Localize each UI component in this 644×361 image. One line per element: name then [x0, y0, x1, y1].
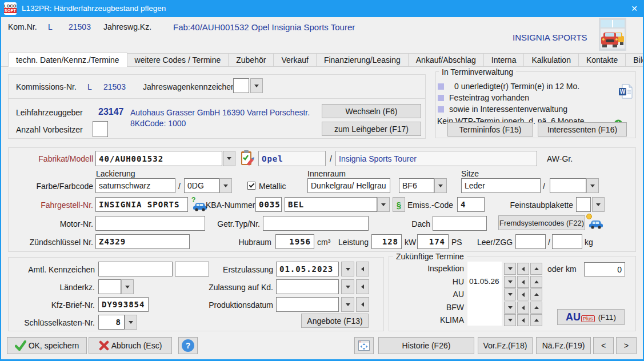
prev-button[interactable]: < — [593, 337, 614, 354]
chevron-left-icon — [359, 302, 364, 307]
produktionsdatum-label: Produktionsdatum — [189, 300, 273, 310]
sitze-input[interactable]: Leder — [461, 178, 541, 193]
sitze-combo-button[interactable] — [586, 178, 599, 193]
bfw-down-button[interactable] — [504, 302, 516, 314]
abbruch-button[interactable]: Abbruch (Esc) — [89, 337, 172, 354]
innenraum-combo-button[interactable] — [434, 178, 447, 193]
tab-finanzierung[interactable]: Finanzierung/Leasing — [317, 53, 409, 67]
produktion-back-button[interactable] — [356, 297, 369, 312]
innenraum-code-input[interactable]: BF6 — [399, 178, 434, 193]
vorbesitzer-input[interactable] — [93, 121, 108, 137]
dach-input[interactable] — [433, 216, 487, 231]
window-resize-button[interactable] — [354, 337, 374, 354]
farbcode-input[interactable]: 0DG — [184, 178, 219, 193]
hu-left-button[interactable] — [517, 276, 529, 288]
erstzulassung-back-button[interactable] — [356, 262, 369, 276]
leistung-kw-input[interactable]: 128 — [371, 234, 402, 249]
kennzeichen-input[interactable] — [98, 262, 173, 276]
tab-ankauf[interactable]: Ankauf/Abschlag — [409, 53, 484, 67]
leergewicht-input[interactable] — [515, 234, 546, 249]
zuendschluessel-input[interactable]: Z4329 — [95, 234, 190, 249]
metallic-checkbox[interactable] — [247, 182, 255, 190]
tab-verkauf[interactable]: Verkauf — [274, 53, 316, 67]
tab-kalkulation[interactable]: Kalkulation — [524, 53, 579, 67]
schluesselkasten-combo-button[interactable] — [125, 315, 137, 330]
ok-speichern-button[interactable]: OK, speichern — [7, 337, 87, 354]
produktion-combo-button[interactable] — [341, 297, 354, 312]
au-plus-button[interactable]: AU Plus (F11) — [557, 309, 625, 325]
kba-input-1[interactable]: 0035 — [255, 197, 282, 212]
zulassung-back-button[interactable] — [356, 279, 369, 294]
kfz-brief-input[interactable]: DY993854 — [98, 297, 149, 312]
hu-down-button[interactable] — [504, 276, 516, 288]
getriebe-input[interactable] — [263, 216, 369, 231]
tab-zubehoer[interactable]: Zubehör — [229, 53, 274, 67]
inspektion-up-button[interactable] — [530, 263, 542, 275]
produktionsdatum-input[interactable] — [276, 297, 339, 312]
wechseln-button[interactable]: Wechseln (F6) — [322, 104, 421, 118]
word-document-icon[interactable]: W — [618, 84, 633, 101]
angebote-button[interactable]: Angebote (F13) — [301, 314, 369, 328]
laenderkz-label: Länderkz. — [11, 283, 95, 292]
farbcode-combo-button[interactable] — [219, 178, 232, 193]
leistung-ps-input[interactable]: 174 — [417, 234, 449, 249]
innenraum-input[interactable]: Dunkelgrau/ Hellgrau — [307, 178, 390, 193]
hu-up-button[interactable] — [530, 276, 542, 288]
nae-fz-button[interactable]: Nä.Fz.(F19) — [536, 337, 591, 354]
historie-button[interactable]: Historie (F26) — [378, 337, 474, 354]
motor-input[interactable] — [95, 216, 205, 231]
tab-interna[interactable]: Interna — [484, 53, 525, 67]
tab-kontakte[interactable]: Kontakte — [579, 53, 626, 67]
jahreswagen-combo-button[interactable] — [250, 78, 263, 93]
zum-leihgeber-button[interactable]: zum Leihgeber (F17) — [322, 122, 421, 136]
inspektion-left-button[interactable] — [517, 263, 529, 275]
au-up-button[interactable] — [530, 288, 542, 300]
erstzulassung-combo-button[interactable] — [341, 262, 354, 276]
help-button[interactable]: ? — [178, 337, 198, 354]
kommission-number: 21503 — [103, 82, 126, 91]
paragraph-law-button[interactable]: § — [393, 197, 405, 212]
zulassung-combo-button[interactable] — [341, 279, 354, 294]
inspektion-down-button[interactable] — [504, 263, 516, 275]
interessenten-button[interactable]: Interessenten (F16) — [538, 122, 627, 137]
zulassung-kd-input[interactable] — [276, 279, 339, 294]
laenderkz-combo-button[interactable] — [121, 279, 134, 294]
leihgeber-name: Autohaus Grasser GmbH 16390 Varrel Porsc… — [130, 108, 310, 117]
fabrikat-input[interactable]: 40/AUH001532 — [95, 151, 222, 166]
feinstaub-input[interactable] — [576, 197, 591, 212]
au-down-button[interactable] — [504, 288, 516, 300]
au-left-button[interactable] — [517, 288, 529, 300]
fremdsystemcodes-button[interactable]: Fremdsystemcodes (F22) — [498, 215, 585, 230]
arrow-left-icon — [519, 292, 525, 297]
hubraum-input[interactable]: 1956 — [275, 234, 314, 249]
klima-left-button[interactable] — [517, 314, 529, 326]
close-button[interactable]: ✕ — [626, 0, 642, 17]
next-button[interactable]: > — [616, 337, 637, 354]
clipboard-edit-icon[interactable] — [239, 150, 254, 167]
jahreswagen-input[interactable] — [233, 78, 249, 93]
feinstaub-combo-button[interactable] — [592, 197, 605, 212]
fabrikat-combo-button[interactable] — [223, 151, 235, 166]
tab-bilder[interactable]: Bilder — [626, 53, 644, 67]
fahrgestell-input[interactable]: INSIGNIA SPORTS — [95, 197, 188, 212]
zgg-input[interactable] — [552, 234, 582, 249]
schluesselkasten-input[interactable]: 8 — [98, 315, 125, 330]
laenderkz-input[interactable] — [98, 279, 121, 294]
bfw-up-button[interactable] — [530, 302, 542, 314]
kba-combo-button[interactable] — [377, 197, 390, 212]
klima-up-button[interactable] — [530, 314, 542, 326]
tab-weitere-codes[interactable]: weitere Codes / Termine — [127, 53, 229, 67]
tab-techn-daten[interactable]: techn. Daten/Kennz./Termine — [8, 53, 127, 67]
kba-input-2[interactable]: BEL — [285, 197, 377, 212]
erstzulassung-input[interactable]: 01.05.2023 — [276, 262, 339, 276]
car-coin-icon — [587, 216, 605, 231]
bfw-left-button[interactable] — [517, 302, 529, 314]
metallic-label: Metallic — [259, 182, 286, 191]
vor-fz-button[interactable]: Vor.Fz.(F18) — [478, 337, 533, 354]
emiss-code-input[interactable]: 4 — [457, 197, 485, 212]
sitze-code-input[interactable] — [550, 178, 586, 193]
klima-down-button[interactable] — [504, 314, 516, 326]
farbe-input[interactable]: saturnschwarz — [95, 178, 175, 193]
termininfos-button[interactable]: Termininfos (F15) — [447, 122, 533, 137]
oder-km-input[interactable]: 0 — [584, 262, 625, 276]
